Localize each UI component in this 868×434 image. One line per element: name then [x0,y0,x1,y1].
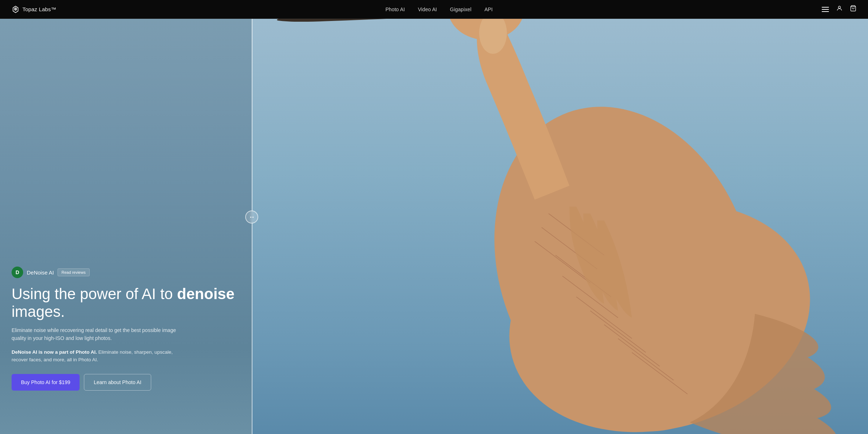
note-bold: DeNoise AI is now a part of Photo AI. [12,349,97,355]
navigation: Topaz Labs™ Photo AI Video AI Gigapixel … [0,0,868,19]
buy-button[interactable]: Buy Photo AI for $199 [12,374,80,391]
hero-content: D DeNoise AI Read reviews Using the powe… [0,19,252,434]
nav-links: Photo AI Video AI Gigapixel API [386,7,493,12]
menu-icon[interactable] [822,7,829,12]
nav-brand: Topaz Labs™ [12,5,56,13]
learn-button[interactable]: Learn about Photo AI [84,374,151,391]
hero-note: DeNoise AI is now a part of Photo AI. El… [12,348,178,364]
nav-link-gigapixel[interactable]: Gigapixel [450,7,471,12]
nav-actions [822,5,856,13]
hero-subtext: Eliminate noise while recovering real de… [12,326,178,342]
hero-section: D DeNoise AI Read reviews Using the powe… [0,0,868,434]
nav-link-api[interactable]: API [484,7,493,12]
product-badge: D DeNoise AI Read reviews [12,267,252,278]
headline-bold: denoise [177,285,235,302]
hero-headline: Using the power of AI to denoise images. [12,285,252,320]
hero-bird-image [243,0,868,434]
cart-icon[interactable] [850,5,856,13]
nav-link-video-ai[interactable]: Video AI [418,7,437,12]
svg-point-0 [838,6,841,8]
account-icon[interactable] [836,5,843,13]
nav-logo-text: Topaz Labs™ [22,6,56,12]
topaz-logo-icon [12,5,20,13]
hero-cta-buttons: Buy Photo AI for $199 Learn about Photo … [12,374,252,391]
product-name-label: DeNoise AI [27,269,54,276]
read-reviews-button[interactable]: Read reviews [58,268,90,276]
nav-link-photo-ai[interactable]: Photo AI [386,7,405,12]
headline-end: images. [12,303,65,320]
denoise-product-icon: D [12,267,23,278]
headline-plain: Using the power of AI to [12,285,177,302]
